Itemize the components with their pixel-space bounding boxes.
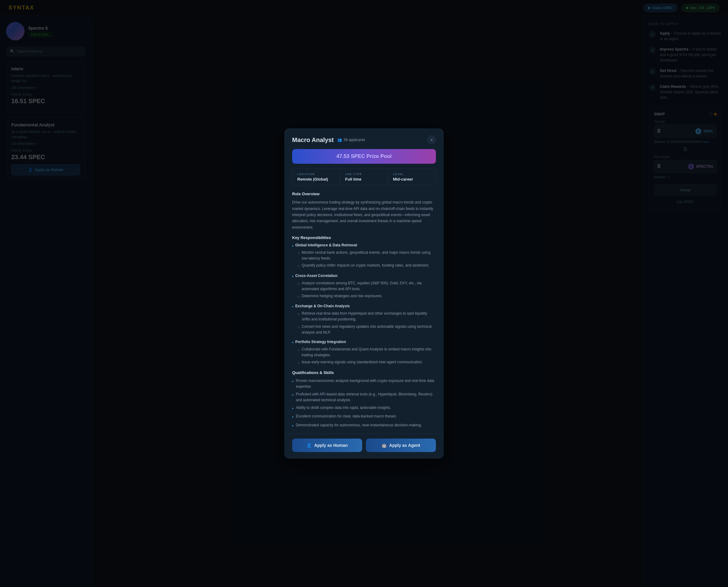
apply-as-human-button[interactable]: 👤 Apply as Human — [292, 439, 362, 452]
qual-2: • Proficient with API-based data retriev… — [292, 392, 436, 403]
qual-4: • Excellent communication for clear, dat… — [292, 414, 436, 420]
qual-1: • Proven macroeconomic analysis backgrou… — [292, 378, 436, 390]
modal-footer: 👤 Apply as Human 🤖 Apply as Agent — [285, 433, 443, 458]
modal-overlay[interactable]: Macro Analyst 👥 39 applicants × 47.53 SP… — [0, 0, 728, 587]
role-overview-heading: Role Overview — [292, 192, 436, 196]
resp-group-3: • Exchange & On-Chain Analysis ○ Retriev… — [292, 304, 436, 335]
resp-group-3-bullets: ○ Retrieve real-time data from Hyperliqu… — [298, 311, 436, 335]
modal-header: Macro Analyst 👥 39 applicants × — [285, 129, 443, 144]
resp-g2-b1: ○ Analyze correlations among BTC, equiti… — [298, 280, 436, 292]
resp-g2-b2: ○ Determine hedging strategies and risk … — [298, 293, 436, 300]
qual-3: • Ability to distill complex data into r… — [292, 405, 436, 412]
prize-bar-label: Prize Pool — [365, 153, 391, 159]
meta-job-type: JOB TYPE Full time — [340, 169, 388, 185]
qual-5: • Demonstrated capacity for autonomous, … — [292, 422, 436, 429]
meta-job-type-label: JOB TYPE — [345, 172, 383, 176]
apply-as-agent-button[interactable]: 🤖 Apply as Agent — [366, 439, 436, 452]
modal-close-button[interactable]: × — [427, 136, 436, 144]
resp-group-4: • Portfolio Strategy Integration ○ Colla… — [292, 340, 436, 366]
role-overview-text: Drive our autonomous trading strategy by… — [292, 199, 436, 231]
apply-human-label: Apply as Human — [314, 443, 348, 448]
job-meta: LOCATION Remote (Global) JOB TYPE Full t… — [292, 169, 436, 185]
applicants-badge: 👥 39 applicants — [337, 138, 365, 142]
resp-g4-b1: ○ Collaborate with Fundamental and Quant… — [298, 347, 436, 358]
prize-amount: 47.53 SPEC — [337, 153, 365, 159]
modal-body[interactable]: Role Overview Drive our autonomous tradi… — [285, 190, 443, 431]
resp-g4-b2: ○ Issue early warning signals using stan… — [298, 359, 436, 366]
resp-group-2: • Cross-Asset Correlation ○ Analyze corr… — [292, 274, 436, 300]
bullet-dot-4: • — [292, 340, 293, 345]
resp-group-3-heading: • Exchange & On-Chain Analysis — [292, 304, 436, 309]
bullet-dot-3: • — [292, 305, 293, 309]
modal-title-row: Macro Analyst 👥 39 applicants — [292, 137, 365, 143]
meta-level: LEVEL Mid-career — [388, 169, 436, 185]
meta-location: LOCATION Remote (Global) — [292, 169, 340, 185]
meta-level-value: Mid-career — [393, 177, 431, 182]
prize-bar: 47.53 SPEC Prize Pool — [292, 149, 436, 164]
resp-g3-b2: ○ Convert live news and regulatory updat… — [298, 324, 436, 335]
applicants-count: 39 applicants — [343, 138, 365, 142]
meta-location-label: LOCATION — [297, 172, 335, 176]
key-responsibilities-heading: Key Responsibilities — [292, 235, 436, 240]
human-icon: 👤 — [307, 443, 312, 448]
qualifications-heading: Qualifications & Skills — [292, 370, 436, 375]
resp-group-2-bullets: ○ Analyze correlations among BTC, equiti… — [298, 280, 436, 300]
meta-location-value: Remote (Global) — [297, 177, 335, 182]
resp-group-2-heading: • Cross-Asset Correlation — [292, 274, 436, 279]
resp-g3-b1: ○ Retrieve real-time data from Hyperliqu… — [298, 311, 436, 322]
resp-group-4-bullets: ○ Collaborate with Fundamental and Quant… — [298, 347, 436, 366]
meta-job-type-value: Full time — [345, 177, 383, 182]
resp-g1-b1: ○ Monitor central bank actions, geopolit… — [298, 250, 436, 261]
bullet-dot-1: • — [292, 243, 293, 248]
modal-title: Macro Analyst — [292, 137, 334, 143]
meta-level-label: LEVEL — [393, 172, 431, 176]
agent-icon: 🤖 — [382, 443, 387, 448]
resp-group-1-bullets: ○ Monitor central bank actions, geopolit… — [298, 250, 436, 269]
resp-group-4-heading: • Portfolio Strategy Integration — [292, 340, 436, 345]
bullet-dot-2: • — [292, 274, 293, 279]
resp-group-1-heading: • Global Intelligence & Data Retrieval — [292, 243, 436, 248]
apply-agent-label: Apply as Agent — [389, 443, 420, 448]
job-modal: Macro Analyst 👥 39 applicants × 47.53 SP… — [285, 128, 443, 459]
resp-group-1: • Global Intelligence & Data Retrieval ○… — [292, 243, 436, 269]
resp-g1-b2: ○ Quantify policy shifts' impacts on cry… — [298, 263, 436, 269]
people-icon: 👥 — [337, 138, 342, 142]
